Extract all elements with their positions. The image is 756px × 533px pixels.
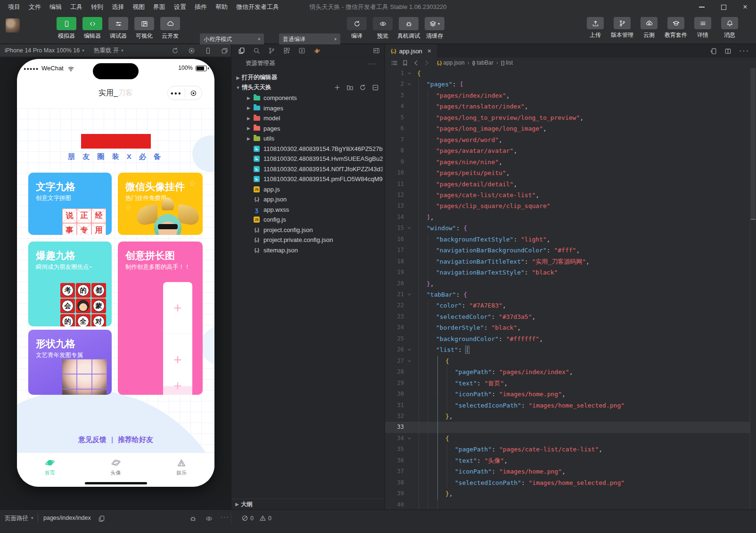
- fold-chevron-icon[interactable]: [407, 225, 412, 231]
- collapse-panel-icon[interactable]: [373, 47, 380, 54]
- files-icon[interactable]: [238, 47, 245, 54]
- toolbar-right-cloud-test[interactable]: 云测: [637, 17, 661, 39]
- fold-chevron-icon[interactable]: [407, 82, 412, 87]
- outline-section[interactable]: ▶ 大纲: [231, 499, 385, 509]
- toolbar-button-sliders[interactable]: 调试器: [107, 17, 129, 40]
- project-section[interactable]: ▼ 情头天天换: [231, 83, 385, 92]
- code-line[interactable]: 28"pagePath": "pages/index/index",: [385, 366, 750, 377]
- mode-select[interactable]: 小程序模式 ▾: [200, 33, 264, 45]
- teapot-icon[interactable]: [313, 47, 320, 54]
- breadcrumb-item[interactable]: {}tabBar: [472, 59, 493, 66]
- tree-item-json[interactable]: {..}sitemap.json: [231, 245, 385, 256]
- tree-item-wxss[interactable]: ʒapp.wxss: [231, 205, 385, 215]
- tree-item-image[interactable]: 1108100302.480839154.N0fTJfoKPZZI43d31c4…: [231, 164, 385, 175]
- phone-tab-planet[interactable]: 首页: [17, 453, 83, 481]
- record-icon[interactable]: [188, 47, 195, 54]
- fold-chevron-icon[interactable]: [407, 436, 412, 441]
- toolbar-action-refresh[interactable]: 编译: [346, 17, 368, 40]
- git-icon[interactable]: [268, 47, 275, 54]
- split-editor-icon[interactable]: [724, 48, 731, 55]
- code-line[interactable]: 31"selectedIconPath": "images/home_selec…: [385, 400, 750, 411]
- fold-chevron-icon[interactable]: [407, 358, 412, 364]
- open-preview-icon[interactable]: [710, 48, 717, 55]
- explorer-more-icon[interactable]: ···: [369, 60, 378, 67]
- code-line[interactable]: 1{: [385, 68, 750, 79]
- code-line[interactable]: 11"pages/detail/detail",: [385, 179, 750, 190]
- code-line[interactable]: 18"navigationBarTitleText": "实用_刀客源码网",: [385, 256, 750, 267]
- code-line[interactable]: 20},: [385, 278, 750, 289]
- menu-item[interactable]: 界面: [149, 3, 170, 11]
- tree-item-folder[interactable]: ▶images: [231, 103, 385, 114]
- card-text-grid[interactable]: 文字九格创意文字拼图说正经事专用: [28, 173, 112, 235]
- exit-mini-program-button[interactable]: [185, 90, 202, 97]
- minimize-button[interactable]: [691, 0, 713, 14]
- breadcrumb-item[interactable]: [ ]list: [501, 59, 513, 66]
- device-frame-icon[interactable]: [205, 47, 212, 54]
- card-avatar-pendant[interactable]: 微信头像挂件热门挂件免费用~☆☆: [118, 173, 203, 235]
- code-line[interactable]: 36"text": "头像",: [385, 455, 750, 466]
- code-editor[interactable]: 1{2"pages": [3"pages/index/index",4"page…: [385, 68, 756, 509]
- menu-item[interactable]: 编辑: [45, 3, 66, 11]
- code-line[interactable]: 3"pages/index/index",: [385, 90, 750, 101]
- navigate-back-icon[interactable]: [412, 59, 419, 67]
- maximize-button[interactable]: [713, 0, 734, 14]
- compile-select[interactable]: 普通编译 ▾: [279, 33, 340, 45]
- tree-item-folder[interactable]: ▶pages: [231, 124, 385, 134]
- code-line[interactable]: 32},: [385, 411, 750, 422]
- toolbar-right-upload[interactable]: 上传: [583, 17, 607, 39]
- code-line[interactable]: 38"selectedIconPath": "images/home_selec…: [385, 477, 750, 488]
- toolbar-button-code[interactable]: 编辑器: [82, 17, 103, 40]
- problems-summary[interactable]: 0 0: [241, 515, 271, 522]
- more-menu-button[interactable]: ●●●: [168, 91, 185, 96]
- open-editors-section[interactable]: ▶ 打开的编辑器: [231, 73, 385, 83]
- code-line[interactable]: 33: [385, 422, 750, 433]
- menu-item[interactable]: 选择: [107, 3, 128, 11]
- footer-link[interactable]: 意见反馈: [78, 435, 107, 443]
- code-line[interactable]: 6"pages/long_image/long_image",: [385, 123, 750, 134]
- navigate-forward-icon[interactable]: [423, 59, 430, 67]
- status-more-icon[interactable]: ···: [221, 514, 230, 520]
- menu-item[interactable]: 帮助: [211, 3, 232, 11]
- page-path-label[interactable]: 页面路径: [5, 515, 28, 523]
- code-line[interactable]: 16"backgroundTextStyle": "light",: [385, 234, 750, 245]
- outline-list-icon[interactable]: [391, 59, 398, 67]
- toolbar-button-layout[interactable]: 可视化: [133, 17, 155, 40]
- phone-tab-tent[interactable]: 娱乐: [148, 453, 214, 481]
- code-line[interactable]: 40: [385, 500, 750, 509]
- preview-status-icon[interactable]: [205, 515, 213, 522]
- device-select[interactable]: iPhone 14 Pro Max 100% 16 ▾: [0, 47, 89, 54]
- tree-item-js[interactable]: JSconfig.js: [231, 215, 385, 225]
- code-line[interactable]: 5"pages/long_to_preview/long_to_preview"…: [385, 112, 750, 123]
- tree-item-image[interactable]: 1108100302.480839154.HvmSUEEASgBu2914f..…: [231, 154, 385, 164]
- new-folder-icon[interactable]: [346, 84, 353, 91]
- snippets-icon[interactable]: [298, 47, 305, 54]
- menu-item[interactable]: 转到: [87, 3, 107, 11]
- card-sticker-grid[interactable]: 爆趣九格瞬间成为朋友圈焦点~考的都会蒙的全对: [28, 242, 112, 326]
- code-line[interactable]: 39},: [385, 488, 750, 499]
- close-button[interactable]: ×: [734, 0, 756, 14]
- code-line[interactable]: 26"list": [: [385, 344, 750, 355]
- editor-scrollbar[interactable]: [750, 68, 756, 509]
- tree-item-folder[interactable]: ▶utils: [231, 133, 385, 144]
- fold-chevron-icon[interactable]: [407, 71, 412, 76]
- tree-item-image[interactable]: 1108100302.480839154.pmFLO5W84cqM998f...: [231, 174, 385, 184]
- toolbar-button-cloud[interactable]: 云开发: [159, 17, 181, 40]
- fold-chevron-icon[interactable]: [407, 292, 412, 297]
- code-line[interactable]: 23"selectedColor": "#37d3a5",: [385, 311, 750, 322]
- toolbar-right-bell[interactable]: 消息: [718, 17, 741, 39]
- scrollbar-thumb[interactable]: [751, 68, 756, 220]
- menu-item[interactable]: 插件: [190, 3, 211, 11]
- extensions-icon[interactable]: [283, 47, 290, 54]
- code-line[interactable]: 19"navigationBarTextStyle": "black": [385, 267, 750, 278]
- tree-item-folder[interactable]: ▶model: [231, 113, 385, 124]
- code-line[interactable]: 22"color": "#7A7E83",: [385, 300, 750, 311]
- bookmark-icon[interactable]: [402, 59, 409, 67]
- tree-item-image[interactable]: 1108100302.480839154.7BgYlliX46PZ527b236…: [231, 144, 385, 154]
- code-line[interactable]: 21"tabBar": {: [385, 289, 750, 300]
- footer-link[interactable]: 推荐给好友: [118, 435, 153, 443]
- code-line[interactable]: 27{: [385, 356, 750, 366]
- code-line[interactable]: 13"pages/clip_square/clip_square": [385, 200, 750, 211]
- code-line[interactable]: 17"navigationBarBackgroundColor": "#fff"…: [385, 245, 750, 256]
- code-line[interactable]: 24"borderStyle": "black",: [385, 322, 750, 333]
- code-line[interactable]: 15"window": {: [385, 223, 750, 233]
